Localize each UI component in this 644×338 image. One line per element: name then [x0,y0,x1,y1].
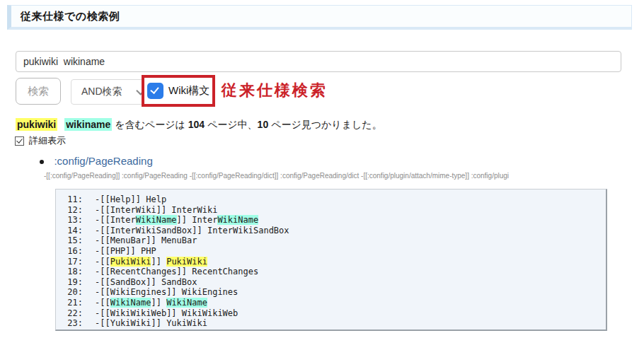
code-line: 18:-[[RecentChanges]] RecentChanges [63,267,600,277]
code-line-content: -[[WikiWikiWeb]] WikiWikiWeb [95,308,238,318]
detail-display-label: 詳細表示 [29,134,66,147]
code-line-number: 17: [63,257,83,267]
result-text-3: ページ見つかりました。 [268,119,382,130]
result-total-pages: 104 [188,119,205,130]
search-mode-select[interactable]: AND検索 [71,79,150,105]
code-line: 11:-[[Help]] Help [63,194,600,205]
code-line: 20:-[[WikiEngines]] WikiEngines [63,287,600,298]
code-line-number: 21: [63,298,83,308]
code-line-number: 18: [63,267,83,277]
code-line-content: -[[YukiWiki]] YukiWiki [95,318,207,328]
code-line-content: -[[PukiWiki]] PukiWiki [95,257,207,267]
wiki-syntax-callout-box: Wiki構文 [142,75,215,107]
code-line-number: 12: [63,205,83,216]
code-line: 13:-[[InterWikiName]] InterWikiName [63,215,600,226]
code-line-number: 11: [63,194,83,205]
detail-display-checkbox[interactable] [15,136,24,146]
code-line-content: -[[PHP]] PHP [95,246,156,256]
code-line-content: -[[WikiName]] WikiName [95,298,207,308]
code-line-content: -[[WikiEngines]] WikiEngines [95,287,238,297]
page: 従来仕様での検索例 検索 AND検索 Wiki構文 従来仕様検索 pukiwik… [0,0,644,338]
code-line-number: 14: [63,226,83,236]
wiki-syntax-checkbox[interactable] [147,83,163,99]
code-line-content: -[[SandBox]] SandBox [95,277,197,287]
code-line: 19:-[[SandBox]] SandBox [63,277,600,288]
red-annotation-text: 従来仕様検索 [222,80,328,101]
result-text-2: ページ中、 [205,119,258,130]
search-button[interactable]: 検索 [16,78,61,105]
code-line-number: 16: [63,246,83,257]
highlighted-term-2: wikiname [64,118,112,131]
result-page-link[interactable]: :config/PageReading [54,155,152,167]
code-line: 23:-[[YukiWiki]] YukiWiki [63,318,600,329]
search-query-input[interactable] [16,51,621,72]
code-line-content: -[[InterWikiSandBox]] InterWikiSandBox [95,226,289,235]
checkmark-icon [16,136,23,143]
checkmark-icon [150,85,159,94]
result-meta-text: -[[:config/PageReading]] :config/PageRea… [44,172,642,180]
wiki-syntax-label: Wiki構文 [168,84,209,98]
code-line-number: 15: [63,235,83,246]
code-line-number: 13: [63,215,83,226]
result-summary: pukiwikiwikiname を含むページは 104 ページ中、10 ページ… [16,119,382,132]
code-line-number: 23: [63,318,83,329]
code-block: 11:-[[Help]] Help12:-[[InterWiki]] Inter… [55,189,607,331]
code-line-content: -[[Help]] Help [95,194,166,204]
section-heading-title: 従来仕様での検索例 [11,10,120,23]
result-list-item: :config/PageReading [40,155,153,168]
code-line-number: 22: [63,308,83,319]
result-text-1: を含むページは [112,119,188,130]
code-line: 12:-[[InterWiki]] InterWiki [63,205,600,216]
section-heading-bar: 従来仕様での検索例 [7,5,632,30]
bullet-icon [40,160,44,164]
code-line-content: -[[InterWiki]] InterWiki [95,205,217,215]
code-line-number: 20: [63,287,83,298]
code-line-content: -[[RecentChanges]] RecentChanges [95,267,258,276]
highlighted-term-1: pukiwiki [16,118,57,131]
code-line: 22:-[[WikiWikiWeb]] WikiWikiWeb [63,308,600,319]
code-line: 15:-[[MenuBar]] MenuBar [63,235,600,246]
search-mode-value: AND検索 [81,86,122,98]
code-line: 14:-[[InterWikiSandBox]] InterWikiSandBo… [63,226,600,236]
detail-display-row: 詳細表示 [15,134,66,147]
result-found-pages: 10 [258,119,269,130]
code-line-content: -[[MenuBar]] MenuBar [95,235,197,245]
code-line: 17:-[[PukiWiki]] PukiWiki [63,257,600,267]
code-line-number: 19: [63,277,83,288]
code-line-content: -[[InterWikiName]] InterWikiName [95,215,258,225]
code-line: 21:-[[WikiName]] WikiName [63,298,600,308]
code-line: 16:-[[PHP]] PHP [63,246,600,257]
